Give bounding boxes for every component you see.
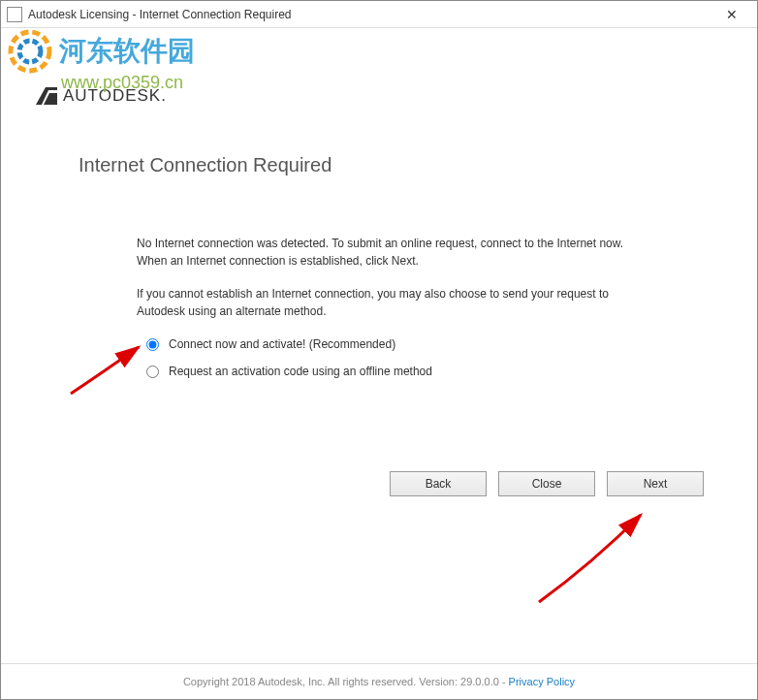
window-title: Autodesk Licensing - Internet Connection… — [28, 8, 712, 21]
titlebar: Autodesk Licensing - Internet Connection… — [1, 1, 757, 28]
autodesk-mark-icon — [36, 87, 57, 105]
brand-name: AUTODESK. — [63, 86, 167, 106]
radio-offline-method[interactable]: Request an activation code using an offl… — [146, 365, 641, 378]
radio-offline-method-input[interactable] — [146, 366, 159, 378]
next-button[interactable]: Next — [607, 471, 704, 496]
radio-connect-now[interactable]: Connect now and activate! (Recommended) — [146, 337, 641, 351]
window-close-button[interactable]: ✕ — [712, 2, 751, 27]
paragraph-1: No Internet connection was detected. To … — [137, 235, 641, 270]
page-title: Internet Connection Required — [79, 154, 679, 176]
paragraph-2: If you cannot establish an Internet conn… — [137, 285, 641, 320]
radio-connect-now-label: Connect now and activate! (Recommended) — [169, 337, 395, 351]
radio-group: Connect now and activate! (Recommended) … — [137, 337, 641, 378]
footer-copyright: Copyright 2018 Autodesk, Inc. All rights… — [183, 676, 509, 687]
body-text: No Internet connection was detected. To … — [79, 235, 679, 378]
privacy-policy-link[interactable]: Privacy Policy — [509, 676, 575, 687]
content-area: Internet Connection Required No Internet… — [1, 106, 757, 378]
close-button[interactable]: Close — [498, 471, 595, 496]
back-button[interactable]: Back — [390, 471, 487, 496]
radio-offline-method-label: Request an activation code using an offl… — [169, 365, 432, 378]
header: AUTODESK. — [1, 28, 757, 106]
radio-connect-now-input[interactable] — [146, 338, 159, 351]
button-row: Back Close Next — [390, 471, 704, 496]
app-icon — [7, 7, 22, 22]
annotation-arrow-2 — [524, 505, 660, 612]
autodesk-logo: AUTODESK. — [36, 86, 757, 106]
footer: Copyright 2018 Autodesk, Inc. All rights… — [1, 663, 757, 699]
